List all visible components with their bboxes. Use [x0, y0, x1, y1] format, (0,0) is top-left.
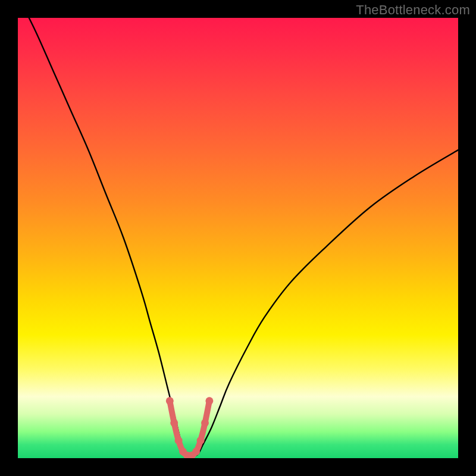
chart-stage: TheBottleneck.com	[0, 0, 476, 476]
attribution-text: TheBottleneck.com	[356, 2, 470, 18]
plot-area	[18, 18, 458, 458]
gradient-background	[18, 18, 458, 458]
